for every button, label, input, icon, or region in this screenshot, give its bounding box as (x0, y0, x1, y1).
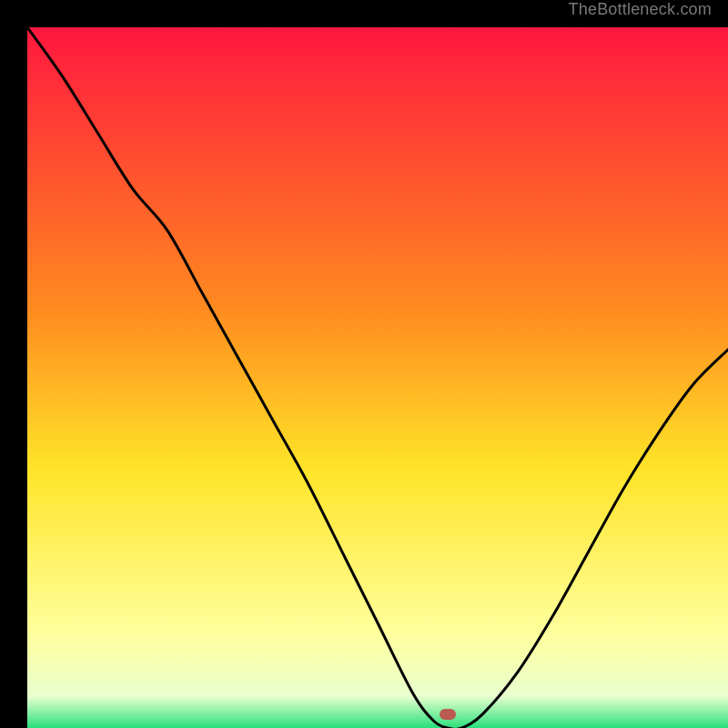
optimal-point-marker (440, 709, 456, 720)
watermark-text: TheBottleneck.com (569, 0, 712, 19)
bottleneck-chart (27, 27, 728, 728)
chart-frame (14, 14, 714, 714)
